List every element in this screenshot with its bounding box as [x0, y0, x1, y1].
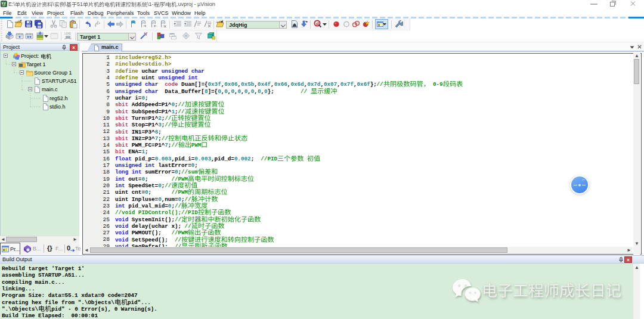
svg-text:LOAD: LOAD	[64, 32, 71, 35]
svg-text:d: d	[316, 21, 319, 26]
